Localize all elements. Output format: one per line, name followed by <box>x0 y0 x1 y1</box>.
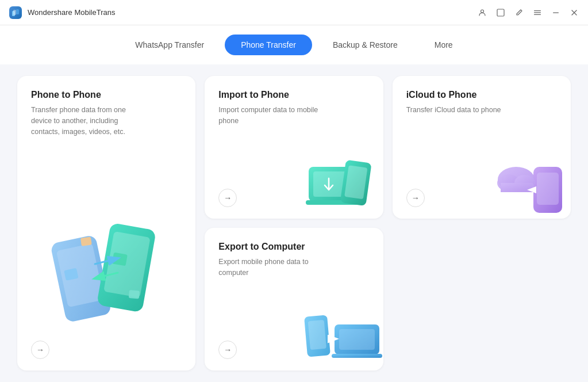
card-icloud-to-phone[interactable]: iCloud to Phone Transfer iCloud data to … <box>393 76 571 219</box>
svg-rect-4 <box>497 9 504 16</box>
close-icon[interactable] <box>570 8 579 17</box>
card-export-desc: Export mobile phone data to computer <box>218 257 333 278</box>
card-import-title: Import to Phone <box>218 90 369 100</box>
svg-rect-25 <box>537 173 559 205</box>
export-illustration <box>303 301 378 365</box>
card-phone-to-phone-title: Phone to Phone <box>31 90 182 100</box>
svg-rect-5 <box>534 10 541 11</box>
account-icon[interactable] <box>478 8 487 17</box>
svg-rect-17 <box>80 236 92 246</box>
import-illustration <box>303 150 378 213</box>
tab-more[interactable]: More <box>418 35 469 55</box>
nav-bar: WhatsApp Transfer Phone Transfer Backup … <box>0 25 588 64</box>
svg-rect-33 <box>339 329 375 350</box>
titlebar-controls <box>478 8 579 17</box>
svg-rect-29 <box>501 183 533 192</box>
edit-icon[interactable] <box>514 8 524 17</box>
tab-backup[interactable]: Backup & Restore <box>317 35 414 55</box>
card-icloud-title: iCloud to Phone <box>406 90 557 100</box>
minimize-icon[interactable] <box>551 8 560 17</box>
titlebar: Wondershare MobileTrans <box>0 0 588 25</box>
svg-rect-2 <box>13 10 16 15</box>
card-import-to-phone[interactable]: Import to Phone Import computer data to … <box>205 76 383 219</box>
svg-rect-1 <box>16 9 19 14</box>
card-icloud-arrow[interactable]: → <box>406 189 425 207</box>
svg-rect-7 <box>534 14 541 14</box>
svg-point-3 <box>481 10 484 13</box>
menu-icon[interactable] <box>533 8 542 17</box>
svg-rect-8 <box>553 12 559 13</box>
window-icon[interactable] <box>496 8 505 17</box>
phone-to-phone-illustration <box>26 209 187 336</box>
svg-rect-6 <box>534 12 541 13</box>
card-export-arrow[interactable]: → <box>218 341 237 359</box>
tab-phone[interactable]: Phone Transfer <box>225 35 312 55</box>
card-export-to-computer[interactable]: Export to Computer Export mobile phone d… <box>205 228 383 370</box>
titlebar-left: Wondershare MobileTrans <box>9 6 115 19</box>
svg-rect-18 <box>129 290 140 299</box>
svg-rect-34 <box>332 354 382 358</box>
card-export-title: Export to Computer <box>218 242 369 252</box>
card-import-arrow[interactable]: → <box>218 189 237 207</box>
card-phone-to-phone[interactable]: Phone to Phone Transfer phone data from … <box>17 76 195 370</box>
card-phone-to-phone-arrow[interactable]: → <box>31 341 49 359</box>
app-icon <box>9 6 22 19</box>
icloud-illustration <box>490 150 565 213</box>
svg-rect-31 <box>308 320 326 350</box>
card-icloud-desc: Transfer iCloud data to phone <box>406 105 521 116</box>
tab-whatsapp[interactable]: WhatsApp Transfer <box>119 35 220 55</box>
main-content: Phone to Phone Transfer phone data from … <box>0 64 588 382</box>
card-phone-to-phone-desc: Transfer phone data from one device to a… <box>31 105 146 137</box>
card-import-desc: Import computer data to mobile phone <box>218 105 333 127</box>
app-title-label: Wondershare MobileTrans <box>28 8 115 17</box>
